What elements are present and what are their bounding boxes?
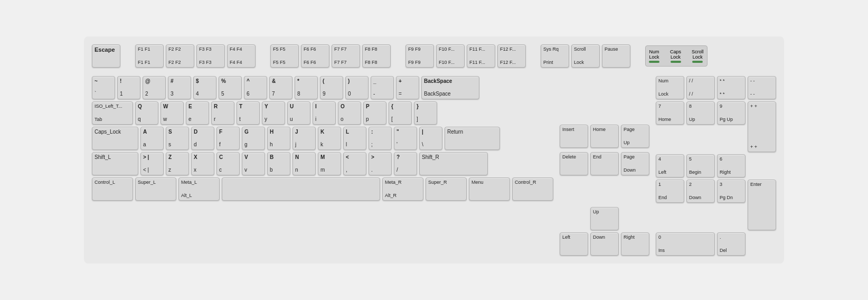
insert-key[interactable]: Insert bbox=[560, 125, 588, 148]
q-key[interactable]: Qq bbox=[135, 101, 158, 125]
backslash-key[interactable]: |\ bbox=[419, 127, 442, 150]
num-asterisk-key[interactable]: * * * * bbox=[717, 76, 746, 99]
sysrq-key[interactable]: Sys Rq Print bbox=[541, 44, 569, 68]
x-key[interactable]: Xx bbox=[191, 152, 214, 175]
n-key[interactable]: Nn bbox=[293, 152, 316, 175]
up-arrow-key[interactable]: Up bbox=[590, 207, 619, 230]
f7-key[interactable]: F7 F7 F7 F7 bbox=[332, 44, 360, 68]
z-key[interactable]: Zz bbox=[166, 152, 189, 175]
semicolon-key[interactable]: :; bbox=[369, 127, 392, 150]
slash-key[interactable]: ?/ bbox=[394, 152, 417, 175]
num5-key[interactable]: 5 Begin bbox=[686, 154, 715, 177]
pause-key[interactable]: Pause bbox=[602, 44, 630, 68]
equals-key[interactable]: + = bbox=[396, 76, 419, 99]
num8-key[interactable]: 8 Up bbox=[686, 101, 715, 125]
1-key[interactable]: ! 1 bbox=[117, 76, 140, 99]
shift-r-key[interactable]: Shift_R bbox=[419, 152, 488, 175]
ctrl-l-key[interactable]: Control_L bbox=[92, 177, 133, 201]
k-key[interactable]: Kk bbox=[318, 127, 341, 150]
comma-key[interactable]: <, bbox=[343, 152, 366, 175]
v-key[interactable]: Vv bbox=[242, 152, 265, 175]
f12-key[interactable]: F12 F... F12 F... bbox=[497, 44, 526, 68]
super-l-key[interactable]: Super_L bbox=[135, 177, 176, 201]
5-key[interactable]: % 5 bbox=[219, 76, 242, 99]
end-key[interactable]: End bbox=[590, 152, 619, 175]
u-key[interactable]: Uu bbox=[287, 101, 310, 125]
f11-key[interactable]: F11 F... F11 F... bbox=[467, 44, 495, 68]
num9-key[interactable]: 9 Pg Up bbox=[717, 101, 746, 125]
left-arrow-key[interactable]: Left bbox=[560, 232, 588, 256]
p-key[interactable]: Pp bbox=[363, 101, 386, 125]
return-key[interactable]: Return bbox=[445, 127, 500, 150]
pageup-key[interactable]: Page Up bbox=[621, 125, 649, 148]
f5-key[interactable]: F5 F5 F5 F5 bbox=[270, 44, 299, 68]
lbracket-key[interactable]: {[ bbox=[389, 101, 412, 125]
alt-l-key[interactable]: Meta_L Alt_L bbox=[178, 177, 220, 201]
0-key[interactable]: ) 0 bbox=[345, 76, 369, 99]
tilde-key[interactable]: ~ ` bbox=[92, 76, 115, 99]
escape-key[interactable]: Escape bbox=[92, 44, 120, 68]
pagedown-key[interactable]: Page Down bbox=[621, 152, 649, 175]
s-key[interactable]: Ss bbox=[166, 127, 189, 150]
y-key[interactable]: Yy bbox=[262, 101, 285, 125]
ctrl-r-key[interactable]: Control_R bbox=[512, 177, 553, 201]
4-key[interactable]: $ 4 bbox=[193, 76, 216, 99]
num-enter-key[interactable]: Enter bbox=[748, 180, 776, 230]
space-key[interactable] bbox=[222, 177, 380, 201]
g-key[interactable]: Gg bbox=[242, 127, 265, 150]
6-key[interactable]: ^ 6 bbox=[244, 76, 267, 99]
f2-key[interactable]: F2 F2 F2 F2 bbox=[166, 44, 194, 68]
f9-key[interactable]: F9 F9 F9 F9 bbox=[405, 44, 434, 68]
num-slash-key[interactable]: / / / / bbox=[686, 76, 715, 99]
a-key[interactable]: Aa bbox=[140, 127, 164, 150]
down-arrow-key[interactable]: Down bbox=[590, 232, 619, 256]
8-key[interactable]: * 8 bbox=[295, 76, 318, 99]
f8-key[interactable]: F8 F8 F8 F8 bbox=[362, 44, 391, 68]
num-plus-key[interactable]: + + + + bbox=[748, 101, 776, 152]
m-key[interactable]: Mm bbox=[318, 152, 341, 175]
home-key[interactable]: Home bbox=[590, 125, 619, 148]
quote-key[interactable]: "' bbox=[394, 127, 417, 150]
c-key[interactable]: Cc bbox=[216, 152, 240, 175]
2-key[interactable]: @ 2 bbox=[143, 76, 166, 99]
f6-key[interactable]: F6 F6 F6 F6 bbox=[301, 44, 329, 68]
j-key[interactable]: Jj bbox=[293, 127, 316, 150]
caps-lock-key[interactable]: Caps_Lock bbox=[92, 127, 138, 150]
w-key[interactable]: Ww bbox=[161, 101, 184, 125]
num0-key[interactable]: 0 Ins bbox=[656, 232, 715, 256]
shift-l-key[interactable]: Shift_L bbox=[92, 152, 138, 175]
3-key[interactable]: # 3 bbox=[168, 76, 191, 99]
numlock-key[interactable]: Num Lock bbox=[656, 76, 684, 99]
right-arrow-key[interactable]: Right bbox=[621, 232, 649, 256]
num3-key[interactable]: 3 Pg Dn bbox=[717, 180, 746, 203]
period-key[interactable]: >. bbox=[369, 152, 392, 175]
l-key[interactable]: Ll bbox=[343, 127, 366, 150]
alt-r-key[interactable]: Meta_R Alt_R bbox=[382, 177, 423, 201]
num-minus-key[interactable]: - - - - bbox=[748, 76, 776, 99]
h-key[interactable]: Hh bbox=[267, 127, 290, 150]
num2-key[interactable]: 2 Down bbox=[686, 180, 715, 203]
e-key[interactable]: Ee bbox=[186, 101, 209, 125]
num4-key[interactable]: 4 Left bbox=[656, 154, 684, 177]
r-key[interactable]: Rr bbox=[211, 101, 234, 125]
f4-key[interactable]: F4 F4 F4 F4 bbox=[227, 44, 256, 68]
scroll-lock-key[interactable]: Scroll Lock bbox=[571, 44, 600, 68]
num6-key[interactable]: 6 Right bbox=[717, 154, 746, 177]
menu-key[interactable]: Menu bbox=[469, 177, 510, 201]
f3-key[interactable]: F3 F3 F3 F3 bbox=[196, 44, 225, 68]
t-key[interactable]: Tt bbox=[237, 101, 260, 125]
b-key[interactable]: Bb bbox=[267, 152, 290, 175]
d-key[interactable]: Dd bbox=[191, 127, 214, 150]
f1-key[interactable]: F1 F1 F1 F1 bbox=[135, 44, 164, 68]
f10-key[interactable]: F10 F... F10 F... bbox=[436, 44, 465, 68]
num-period-key[interactable]: . Del bbox=[717, 232, 746, 256]
9-key[interactable]: ( 9 bbox=[320, 76, 343, 99]
backspace-key[interactable]: BackSpace BackSpace bbox=[421, 76, 479, 99]
7-key[interactable]: & 7 bbox=[269, 76, 293, 99]
o-key[interactable]: Oo bbox=[338, 101, 361, 125]
minus-key[interactable]: _ - bbox=[371, 76, 394, 99]
num7-key[interactable]: 7 Home bbox=[656, 101, 684, 125]
iso-key[interactable]: > | < | bbox=[140, 152, 164, 175]
super-r-key[interactable]: Super_R bbox=[426, 177, 467, 201]
i-key[interactable]: Ii bbox=[313, 101, 336, 125]
